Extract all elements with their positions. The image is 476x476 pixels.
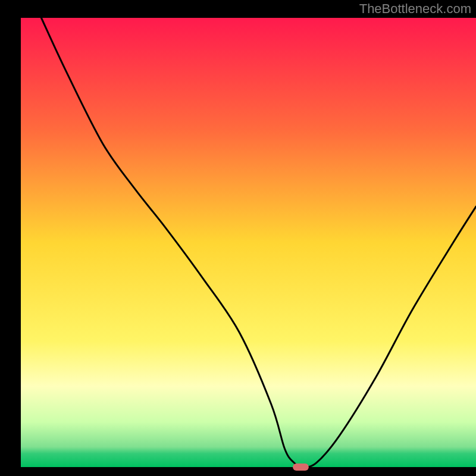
optimal-marker bbox=[293, 464, 309, 471]
watermark-text: TheBottleneck.com bbox=[359, 1, 471, 17]
chart-container: TheBottleneck.com bbox=[0, 0, 476, 476]
bottleneck-chart bbox=[0, 0, 476, 476]
plot-background bbox=[21, 18, 476, 467]
